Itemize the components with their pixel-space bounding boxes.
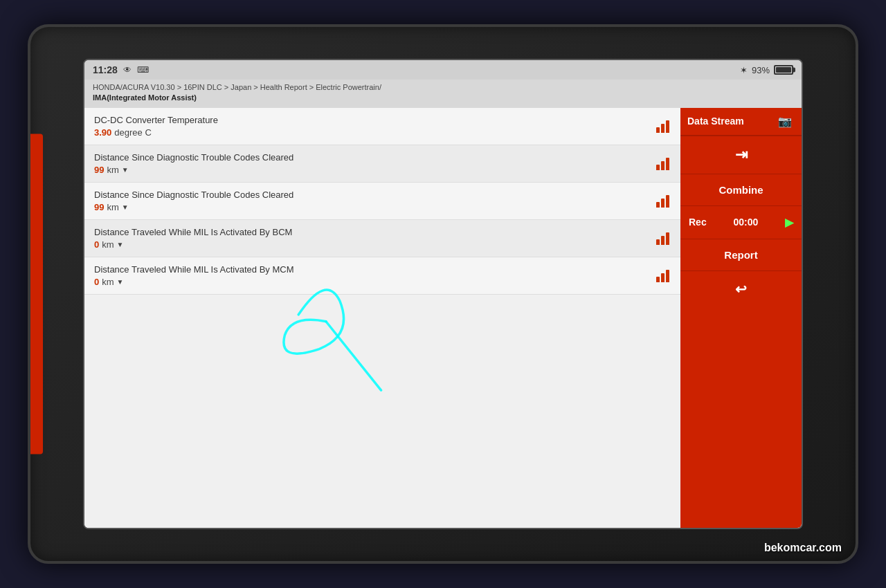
combine-label: Combine bbox=[718, 184, 763, 196]
eye-icon: 👁 bbox=[123, 65, 132, 75]
status-bar: 11:28 👁 ⌨ ✶ 93% bbox=[84, 60, 802, 80]
row-1-title: DC-DC Converter Temperature bbox=[94, 115, 656, 125]
row-4-chart[interactable] bbox=[656, 231, 669, 245]
row-2-value: 99 km ▼ bbox=[94, 165, 656, 175]
row-4-info: Distance Traveled While MIL Is Activated… bbox=[94, 227, 656, 250]
screen: 11:28 👁 ⌨ ✶ 93% HONDA/ACURA V10.30 > 16P… bbox=[83, 59, 803, 529]
battery-fill bbox=[776, 67, 791, 73]
row-2-info: Distance Since Diagnostic Trouble Codes … bbox=[94, 152, 656, 175]
row-5-chart[interactable] bbox=[656, 268, 669, 282]
row-5-info: Distance Traveled While MIL Is Activated… bbox=[94, 264, 656, 287]
battery-icon bbox=[774, 65, 793, 75]
status-right: ✶ 93% bbox=[740, 65, 793, 75]
battery-percent: 93% bbox=[752, 65, 770, 75]
data-row: Distance Traveled While MIL Is Activated… bbox=[84, 257, 680, 295]
row-4-title: Distance Traveled While MIL Is Activated… bbox=[94, 227, 656, 237]
keyboard-icon: ⌨ bbox=[137, 65, 149, 75]
row-2-dropdown[interactable]: ▼ bbox=[122, 166, 129, 174]
row-4-unit: km bbox=[102, 239, 114, 250]
row-2-chart[interactable] bbox=[656, 156, 669, 170]
bluetooth-icon: ✶ bbox=[740, 65, 748, 75]
report-button[interactable]: Report bbox=[680, 239, 802, 270]
row-3-chart[interactable] bbox=[656, 194, 669, 208]
record-label: Rec bbox=[689, 217, 707, 228]
data-row: Distance Since Diagnostic Trouble Codes … bbox=[84, 183, 680, 220]
row-3-title: Distance Since Diagnostic Trouble Codes … bbox=[94, 190, 656, 200]
battery-body bbox=[774, 65, 793, 75]
breadcrumb-text: HONDA/ACURA V10.30 > 16PIN DLC > Japan >… bbox=[93, 83, 381, 91]
back-icon: ↩ bbox=[735, 281, 747, 297]
row-5-value: 0 km ▼ bbox=[94, 277, 656, 287]
record-time: 00:00 bbox=[733, 217, 758, 228]
sidebar-header: Data Stream 📷 bbox=[680, 108, 802, 136]
status-left: 11:28 👁 ⌨ bbox=[93, 64, 149, 75]
row-5-unit: km bbox=[102, 277, 114, 287]
row-5-dropdown[interactable]: ▼ bbox=[117, 278, 124, 286]
data-list: DC-DC Converter Temperature 3.90 degree … bbox=[84, 108, 680, 528]
data-row: DC-DC Converter Temperature 3.90 degree … bbox=[84, 108, 680, 145]
breadcrumb-bold: IMA(Integrated Motor Assist) bbox=[93, 93, 197, 102]
row-3-value: 99 km ▼ bbox=[94, 202, 656, 212]
row-3-info: Distance Since Diagnostic Trouble Codes … bbox=[94, 190, 656, 212]
exit-icon: ⇥ bbox=[735, 146, 748, 164]
back-button[interactable]: ↩ bbox=[680, 270, 802, 307]
row-3-number: 99 bbox=[94, 202, 104, 212]
row-4-number: 0 bbox=[94, 239, 99, 250]
sidebar-header-text: Data Stream bbox=[687, 116, 744, 127]
row-5-title: Distance Traveled While MIL Is Activated… bbox=[94, 264, 656, 275]
main-content: DC-DC Converter Temperature 3.90 degree … bbox=[84, 108, 802, 528]
row-1-unit: degree C bbox=[114, 127, 151, 138]
combine-button[interactable]: Combine bbox=[680, 174, 802, 205]
watermark: bekomcar.com bbox=[764, 542, 842, 554]
camera-button[interactable]: 📷 bbox=[775, 113, 795, 129]
row-4-value: 0 km ▼ bbox=[94, 239, 656, 250]
exit-button[interactable]: ⇥ bbox=[680, 136, 802, 174]
row-1-info: DC-DC Converter Temperature 3.90 degree … bbox=[94, 115, 656, 138]
report-label: Report bbox=[724, 249, 757, 261]
data-row: Distance Since Diagnostic Trouble Codes … bbox=[84, 145, 680, 183]
row-2-unit: km bbox=[107, 165, 118, 175]
breadcrumb: HONDA/ACURA V10.30 > 16PIN DLC > Japan >… bbox=[84, 80, 802, 108]
status-time: 11:28 bbox=[93, 64, 118, 75]
row-1-chart[interactable] bbox=[656, 119, 669, 133]
sidebar-buttons: Data Stream 📷 ⇥ Combine Rec 00:00 ▶ bbox=[680, 108, 802, 528]
row-2-number: 99 bbox=[94, 165, 104, 175]
row-4-dropdown[interactable]: ▼ bbox=[117, 241, 124, 248]
row-1-number: 3.90 bbox=[94, 127, 111, 138]
record-button[interactable]: Rec 00:00 ▶ bbox=[680, 205, 802, 239]
row-3-dropdown[interactable]: ▼ bbox=[122, 203, 129, 211]
device-bezel: 11:28 👁 ⌨ ✶ 93% HONDA/ACURA V10.30 > 16P… bbox=[28, 24, 858, 564]
play-icon: ▶ bbox=[785, 216, 793, 229]
data-row: Distance Traveled While MIL Is Activated… bbox=[84, 220, 680, 257]
row-1-value: 3.90 degree C bbox=[94, 127, 656, 138]
row-5-number: 0 bbox=[94, 277, 99, 287]
row-2-title: Distance Since Diagnostic Trouble Codes … bbox=[94, 152, 656, 163]
row-3-unit: km bbox=[107, 202, 118, 212]
